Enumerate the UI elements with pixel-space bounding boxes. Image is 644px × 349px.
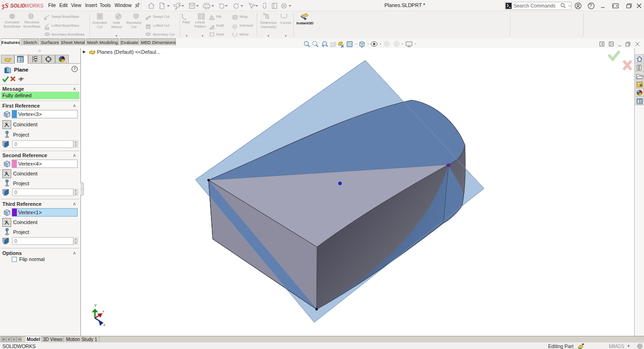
svg-text:Y: Y [94, 303, 97, 308]
svg-text:WORKS: WORKS [25, 3, 43, 8]
svg-text:?: ? [589, 3, 592, 8]
svg-text:SOLID: SOLID [10, 3, 26, 8]
svg-text:x: x [102, 309, 104, 313]
svg-text:z: z [103, 323, 105, 327]
svg-text:ʒS: ʒS [1, 2, 8, 9]
